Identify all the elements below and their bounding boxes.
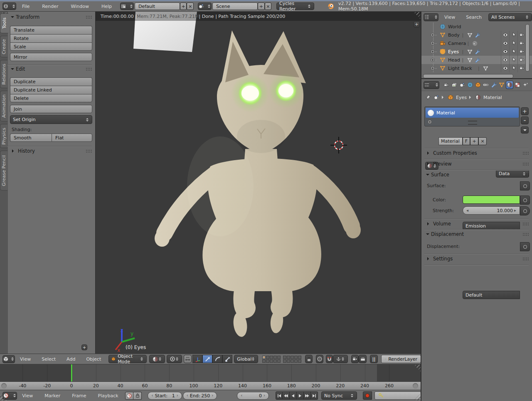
mode-dropdown[interactable]: Object Mode <box>108 355 147 363</box>
panel-grip-icon[interactable] <box>522 151 529 155</box>
displacement-dropdown[interactable]: Default <box>463 291 520 299</box>
outliner-menu-search[interactable]: Search <box>464 15 483 20</box>
add-material-slot-button[interactable]: + <box>521 107 529 115</box>
selectability-cursor-icon[interactable] <box>511 32 517 37</box>
use-preview-range-button[interactable] <box>125 392 133 400</box>
scrubber-left-cap[interactable] <box>1 383 7 389</box>
unlink-material-button[interactable]: × <box>478 137 487 145</box>
layer-toggle[interactable] <box>294 356 298 359</box>
auto-keyframe-button[interactable] <box>374 391 421 400</box>
expand-icon[interactable] <box>430 66 435 71</box>
scene-name-field[interactable]: Scene <box>212 2 258 10</box>
panel-header-displacement[interactable]: Displacement <box>425 231 529 237</box>
menu-help[interactable]: Help <box>100 4 113 9</box>
join-button[interactable]: Join <box>10 105 92 113</box>
panel-header-history[interactable]: History <box>10 148 92 154</box>
add-scene-button[interactable]: + <box>258 2 265 10</box>
shelf-tab-physics[interactable]: Physics <box>0 124 7 148</box>
pivot-point-dropdown[interactable] <box>167 355 182 363</box>
strength-socket-button[interactable] <box>520 206 530 215</box>
renderability-camera-icon[interactable] <box>519 57 525 62</box>
properties-tab-render-layers[interactable] <box>451 81 458 89</box>
layer-toggle[interactable] <box>277 356 281 359</box>
timeline-menu-playback[interactable]: Playback <box>96 393 120 399</box>
delete-scene-button[interactable]: × <box>265 2 272 10</box>
next-keyframe-button[interactable] <box>304 391 311 400</box>
current-frame-field[interactable]: ‹ 0› <box>237 392 269 400</box>
material-name-field[interactable]: Material <box>438 137 463 145</box>
screen-layout-button[interactable] <box>120 2 134 10</box>
viewport-3d[interactable]: Time:00:00.00 | Mem:77.21M, Peak:77.21M … <box>96 12 421 354</box>
start-frame-field[interactable]: ‹Start: 1› <box>148 392 182 400</box>
layer-toggle[interactable] <box>283 359 286 363</box>
timeline-menu-frame[interactable]: Frame <box>70 393 88 399</box>
list-resize-grip[interactable] <box>468 121 477 125</box>
properties-tab-texture[interactable] <box>514 81 521 89</box>
renderability-camera-icon[interactable] <box>519 65 525 71</box>
viewport-shading-dropdown[interactable] <box>149 355 165 363</box>
expand-icon[interactable] <box>430 41 435 46</box>
set-origin-dropdown[interactable]: Set Origin <box>10 115 92 124</box>
orientation-dropdown[interactable]: Global <box>234 355 258 363</box>
translate-button[interactable]: Translate <box>10 26 92 34</box>
outliner-row-head[interactable]: Head| <box>421 56 532 64</box>
opengl-animation-button[interactable] <box>359 355 366 363</box>
viewport-menu-select[interactable]: Select <box>40 356 57 362</box>
layer-toggle[interactable] <box>298 356 301 359</box>
renderability-camera-icon[interactable] <box>519 40 525 46</box>
renderability-camera-icon[interactable] <box>519 49 525 54</box>
properties-tab-particles[interactable] <box>522 81 529 89</box>
properties-tab-material[interactable] <box>506 81 513 89</box>
layer-toggle[interactable] <box>291 356 294 359</box>
playhead[interactable] <box>71 364 72 381</box>
viewport-menu-add[interactable]: Add <box>65 356 77 362</box>
outliner-row-world[interactable]: World <box>421 22 532 31</box>
opengl-render-button[interactable] <box>351 355 359 363</box>
layer-toggle[interactable] <box>298 359 301 363</box>
breadcrumb-object[interactable]: Eyes <box>456 95 467 100</box>
manipulator-scale-button[interactable] <box>222 355 232 363</box>
timeline-scrubber[interactable]: -40-200204060801001201401601802002202402… <box>0 381 421 390</box>
outliner-item-label[interactable]: World <box>448 24 461 30</box>
outliner-hscrollbar[interactable] <box>423 74 513 78</box>
properties-tab-world[interactable] <box>466 81 474 89</box>
layer-toggle[interactable] <box>283 356 286 359</box>
material-slot-row[interactable]: Material <box>426 108 519 118</box>
color-socket-button[interactable] <box>520 196 530 205</box>
layer-toggle[interactable] <box>262 359 266 363</box>
menu-file[interactable]: File <box>20 4 31 9</box>
shelf-expand-button[interactable]: + <box>81 344 87 350</box>
editor-type-timeline-button[interactable] <box>2 392 17 400</box>
manipulator-toggle-button[interactable] <box>184 355 192 363</box>
panel-grip-icon[interactable] <box>522 173 529 177</box>
layer-toggle[interactable] <box>287 359 290 363</box>
duplicate-linked-button[interactable]: Duplicate Linked <box>10 86 92 94</box>
strength-slider[interactable]: ◂ 10.000 ▸ <box>463 206 520 215</box>
visibility-eye-icon[interactable] <box>502 49 508 54</box>
shelf-tab-tools[interactable]: Tools <box>0 13 8 33</box>
breadcrumb-context[interactable]: Material <box>483 95 502 100</box>
layer-toggle[interactable] <box>287 356 290 359</box>
layer-toggle[interactable] <box>266 359 269 363</box>
outliner-vscrollbar[interactable] <box>525 24 530 72</box>
menu-render[interactable]: Render <box>40 4 60 9</box>
renderability-camera-icon[interactable] <box>519 32 525 37</box>
panel-grip-icon[interactable] <box>86 67 92 71</box>
shade-flat-button[interactable]: Flat <box>52 134 92 142</box>
panel-grip-icon[interactable] <box>522 162 529 166</box>
duplicate-button[interactable]: Duplicate <box>10 77 92 86</box>
record-button[interactable] <box>363 391 372 400</box>
timeline-track[interactable] <box>0 364 421 381</box>
screen-layout-name-field[interactable]: Default <box>135 2 180 10</box>
pause-render-button[interactable]: || <box>370 355 378 363</box>
layer-toggle[interactable] <box>277 359 281 363</box>
layers-group-2[interactable] <box>283 355 302 363</box>
displacement-socket-button[interactable] <box>520 242 530 251</box>
properties-tab-render[interactable] <box>443 81 450 89</box>
timeline-menu-marker[interactable]: Marker <box>43 393 62 399</box>
render-engine-dropdown[interactable]: Cycles Render <box>276 2 314 10</box>
layer-toggle[interactable] <box>291 359 294 363</box>
layer-toggle[interactable] <box>273 359 277 363</box>
menu-window[interactable]: Window <box>69 4 91 9</box>
properties-tab-object[interactable] <box>474 81 482 89</box>
